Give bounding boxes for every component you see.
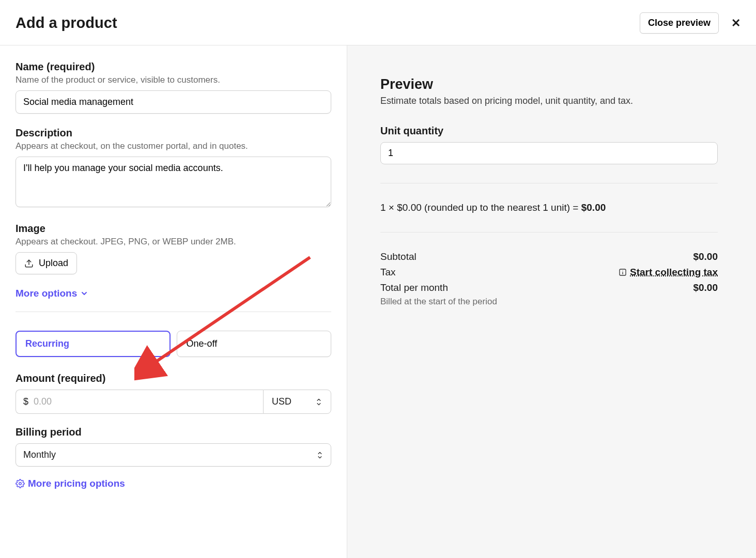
subtotal-value: $0.00: [693, 251, 718, 262]
image-label: Image: [16, 223, 331, 235]
tax-label: Tax: [380, 267, 396, 278]
name-label: Name (required): [16, 61, 331, 73]
currency-select[interactable]: USD: [263, 390, 331, 414]
sort-icon: [316, 451, 323, 460]
svg-point-1: [19, 483, 22, 485]
preview-subtitle: Estimate totals based on pricing model, …: [380, 96, 718, 106]
close-preview-button[interactable]: Close preview: [640, 12, 719, 34]
close-icon[interactable]: ✕: [731, 17, 740, 30]
pricing-type-one-off[interactable]: One-off: [177, 331, 332, 357]
amount-label: Amount (required): [16, 373, 331, 384]
amount-input[interactable]: [33, 396, 256, 408]
subtotal-label: Subtotal: [380, 251, 416, 262]
start-collecting-tax-link[interactable]: Start collecting tax: [619, 267, 718, 278]
total-label: Total per month: [380, 282, 448, 293]
form-panel: Name (required) Name of the product or s…: [0, 45, 347, 558]
billing-period-value: Monthly: [23, 450, 56, 460]
name-input[interactable]: [16, 90, 331, 114]
description-input[interactable]: [16, 157, 331, 207]
upload-button[interactable]: Upload: [16, 252, 77, 274]
currency-symbol: $: [23, 396, 28, 407]
more-pricing-options-link[interactable]: More pricing options: [16, 478, 125, 489]
calc-line: 1 × $0.00 (rounded up to the nearest 1 u…: [380, 202, 718, 213]
preview-panel: Preview Estimate totals based on pricing…: [347, 45, 756, 558]
preview-divider: [380, 232, 718, 233]
billed-note: Billed at the start of the period: [380, 297, 718, 307]
preview-title: Preview: [380, 76, 718, 92]
upload-button-label: Upload: [39, 258, 68, 269]
image-hint: Appears at checkout. JPEG, PNG, or WEBP …: [16, 237, 331, 247]
section-divider: [16, 312, 331, 312]
billing-period-label: Billing period: [16, 426, 331, 438]
pricing-type-recurring[interactable]: Recurring: [16, 331, 171, 357]
upload-icon: [24, 259, 34, 268]
chevron-down-icon: [80, 289, 88, 298]
more-options-toggle[interactable]: More options: [16, 288, 88, 299]
unit-quantity-input[interactable]: [380, 142, 718, 164]
description-label: Description: [16, 127, 331, 139]
description-hint: Appears at checkout, on the customer por…: [16, 141, 331, 151]
page-title: Add a product: [16, 14, 117, 32]
sort-icon: [315, 397, 322, 407]
unit-quantity-label: Unit quantity: [380, 125, 718, 137]
currency-value: USD: [272, 396, 291, 407]
page-header: Add a product Close preview ✕: [0, 0, 756, 45]
info-icon: [619, 268, 627, 276]
preview-divider: [380, 183, 718, 183]
billing-period-select[interactable]: Monthly: [16, 443, 331, 467]
name-hint: Name of the product or service, visible …: [16, 75, 331, 85]
gear-icon: [16, 479, 25, 488]
total-value: $0.00: [693, 282, 718, 293]
